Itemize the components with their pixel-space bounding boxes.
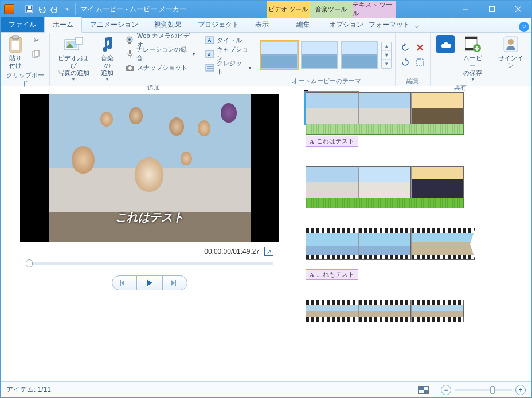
svg-rect-9: [11, 41, 19, 50]
rotate-right-button[interactable]: [399, 56, 412, 69]
zoom-thumb[interactable]: [490, 386, 495, 394]
svg-point-14: [68, 42, 70, 44]
ribbon-group-add: ビデオおよび 写真の追加 ▼ 音楽の 追加 ▼ Web カメラのビデオ ナレーシ…: [50, 33, 257, 86]
seek-thumb[interactable]: [26, 259, 33, 267]
film-save-icon: [464, 35, 482, 53]
microphone-icon: [126, 49, 134, 58]
tab-file[interactable]: ファイル: [1, 17, 44, 32]
scissors-icon: ✂: [32, 36, 41, 45]
rotate-left-button[interactable]: [399, 41, 412, 54]
add-media-button[interactable]: ビデオおよび 写真の追加 ▼: [53, 34, 93, 83]
timeline-clip[interactable]: [411, 228, 475, 260]
copy-icon: [32, 49, 41, 58]
minimize-button[interactable]: [452, 1, 479, 18]
webcam-button[interactable]: Web カメラのビデオ: [123, 34, 197, 46]
timeline-clip[interactable]: [411, 92, 464, 124]
thumbnail-view-icon[interactable]: [418, 386, 429, 394]
timeline-clip[interactable]: [306, 228, 358, 260]
timeline-pane[interactable]: Aこれはテスト Aこれもテスト: [299, 86, 531, 381]
caption-button[interactable]: Aキャプション: [203, 48, 253, 60]
credits-icon: [205, 63, 214, 72]
cut-button[interactable]: ✂: [29, 34, 43, 46]
title-button[interactable]: Aタイトル: [203, 34, 253, 46]
redo-icon[interactable]: [49, 3, 60, 15]
maximize-button[interactable]: [479, 1, 505, 18]
snapshot-button[interactable]: スナップショット: [123, 61, 197, 74]
audio-track[interactable]: [306, 124, 464, 135]
gallery-down-icon[interactable]: ▼: [382, 51, 391, 60]
close-button[interactable]: [505, 1, 531, 18]
save-movie-button[interactable]: ムービー の保存 ▼: [459, 34, 486, 83]
tab-video-edit[interactable]: 編集: [281, 17, 324, 32]
gallery-more-icon[interactable]: ▾: [382, 60, 391, 68]
ribbon-collapse-icon[interactable]: ⌄: [410, 22, 423, 32]
theme-gallery-scroll: ▲ ▼ ▾: [381, 42, 392, 69]
tab-project[interactable]: プロジェクト: [190, 17, 247, 32]
timeline-clip[interactable]: [411, 166, 464, 198]
zoom-slider[interactable]: [455, 389, 512, 391]
signin-button[interactable]: サインイン: [494, 34, 528, 70]
theme-thumb-1[interactable]: [261, 41, 298, 69]
ribbon-tabs: ファイル ホーム アニメーション 視覚効果 プロジェクト 表示 編集 オプション…: [1, 18, 531, 33]
ribbon-group-edit: 編集: [396, 33, 431, 86]
qat-dropdown-icon[interactable]: ▼: [61, 3, 73, 15]
help-icon[interactable]: ?: [519, 22, 529, 32]
next-frame-button[interactable]: [162, 275, 187, 290]
tab-visual-effects[interactable]: 視覚効果: [146, 17, 190, 32]
chevron-down-icon: ▼: [471, 77, 475, 82]
credits-button[interactable]: クレジット▾: [203, 61, 253, 74]
tab-audio-option[interactable]: オプション: [324, 17, 367, 32]
tab-text-format[interactable]: フォーマット: [367, 17, 410, 32]
timeline-clip[interactable]: [411, 300, 464, 322]
tab-view[interactable]: 表示: [247, 17, 277, 32]
svg-point-22: [128, 66, 132, 70]
onedrive-icon: [436, 35, 455, 53]
preview-pane: これはテスト 00:00.00/01:49.27 ↗: [1, 86, 299, 381]
zoom-in-button[interactable]: +: [515, 385, 526, 395]
play-button[interactable]: [137, 275, 162, 290]
chevron-down-icon: ▼: [105, 77, 109, 82]
seek-bar[interactable]: [9, 259, 291, 267]
narration-button[interactable]: ナレーションの録音▾: [123, 48, 197, 60]
title-bar: ▼ マイ ムービー - ムービー メーカー ビデオ ツール 音楽ツール テキスト…: [1, 1, 531, 18]
save-icon[interactable]: [24, 3, 35, 15]
edit-group-label: 編集: [399, 76, 427, 86]
music-note-icon: [98, 35, 116, 53]
tab-animation[interactable]: アニメーション: [82, 17, 146, 32]
timeline-clip[interactable]: [358, 300, 411, 322]
paste-button[interactable]: 貼り 付け: [4, 34, 27, 70]
clip-row-4: [306, 300, 525, 322]
text-caption-badge[interactable]: Aこれもテスト: [306, 269, 358, 280]
select-all-button[interactable]: [414, 56, 427, 69]
svg-point-39: [508, 39, 514, 45]
svg-rect-33: [417, 59, 424, 66]
timeline-clip[interactable]: [306, 166, 358, 198]
undo-icon[interactable]: [36, 3, 48, 15]
caption-icon: A: [205, 49, 214, 58]
tab-home[interactable]: ホーム: [44, 17, 82, 33]
preview-monitor[interactable]: これはテスト: [20, 94, 279, 242]
text-caption-badge[interactable]: Aこれはテスト: [306, 136, 358, 147]
timeline-clip[interactable]: [358, 228, 411, 260]
person-icon: [502, 35, 520, 53]
clip-row-3: Aこれもテスト: [306, 228, 525, 280]
onedrive-button[interactable]: [434, 34, 457, 54]
timeline-clip[interactable]: [358, 92, 411, 124]
timeline-clip[interactable]: [306, 300, 358, 322]
audio-tools-header: 音楽ツール: [310, 1, 353, 18]
fullscreen-icon[interactable]: ↗: [264, 247, 273, 256]
delete-button[interactable]: [414, 41, 427, 54]
copy-button[interactable]: [29, 48, 43, 60]
gallery-up-icon[interactable]: ▲: [382, 42, 391, 51]
prev-frame-button[interactable]: [112, 275, 137, 290]
theme-thumb-2[interactable]: [301, 41, 338, 69]
audio-track[interactable]: [306, 198, 464, 208]
svg-rect-4: [490, 7, 495, 12]
svg-rect-8: [12, 36, 19, 39]
timeline-clip[interactable]: [358, 166, 411, 198]
zoom-out-button[interactable]: −: [441, 385, 451, 395]
timeline-clip[interactable]: [306, 92, 358, 124]
svg-point-17: [128, 38, 131, 41]
add-music-button[interactable]: 音楽の 追加 ▼: [96, 34, 119, 83]
theme-thumb-3[interactable]: [341, 41, 378, 69]
